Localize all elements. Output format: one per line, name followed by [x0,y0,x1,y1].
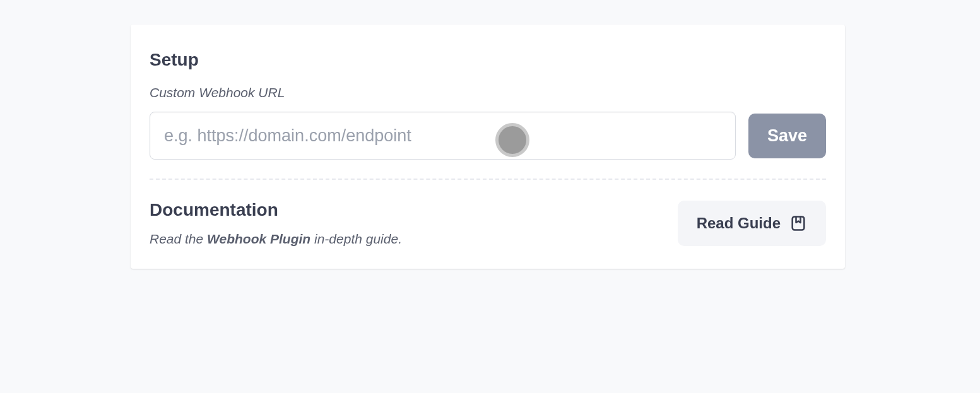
webhook-url-input[interactable] [150,112,736,160]
setup-heading: Setup [150,50,826,70]
doc-text-suffix: in-depth guide. [310,232,402,246]
webhook-url-label: Custom Webhook URL [150,85,826,100]
documentation-description: Read the Webhook Plugin in-depth guide. [150,232,678,247]
settings-card: Setup Custom Webhook URL Save Documentat… [131,25,845,269]
doc-text-bold: Webhook Plugin [207,232,310,246]
doc-text-prefix: Read the [150,232,207,246]
book-icon [789,214,807,232]
documentation-section: Documentation Read the Webhook Plugin in… [150,180,826,247]
save-button[interactable]: Save [748,114,826,158]
read-guide-label: Read Guide [697,214,781,232]
documentation-heading: Documentation [150,200,678,220]
svg-rect-0 [793,217,805,230]
documentation-text-block: Documentation Read the Webhook Plugin in… [150,200,678,247]
input-row: Save [150,112,826,160]
setup-section: Setup Custom Webhook URL Save [150,50,826,179]
read-guide-button[interactable]: Read Guide [678,201,826,246]
